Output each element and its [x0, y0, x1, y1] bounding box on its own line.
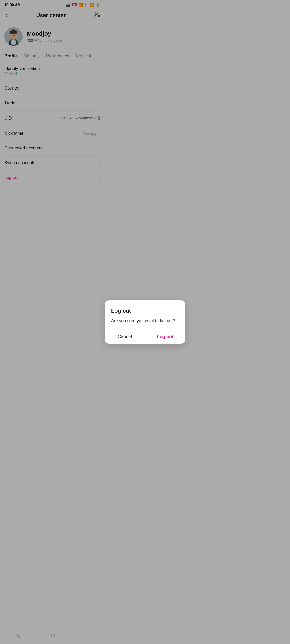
dialog-overlay[interactable]: Log out Are you sure you want to log out…	[0, 0, 105, 226]
